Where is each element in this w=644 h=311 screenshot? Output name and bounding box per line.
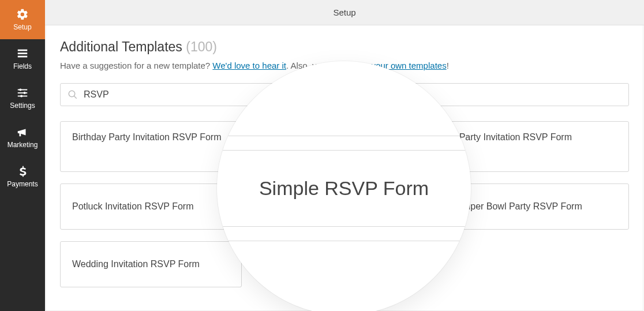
- magnifier-overlay: Simple RSVP Form: [217, 61, 471, 311]
- template-name: Wedding Invitation RSVP Form: [72, 259, 200, 269]
- sub-text: !: [447, 61, 449, 70]
- svg-rect-2: [18, 56, 28, 58]
- gear-icon: [16, 8, 29, 21]
- list-icon: [16, 47, 29, 60]
- svg-line-10: [74, 96, 77, 99]
- template-name: Super Bowl Party RSVP Form: [459, 201, 582, 212]
- dollar-icon: [16, 165, 29, 178]
- svg-rect-3: [18, 89, 28, 91]
- sidebar-item-marketing[interactable]: Marketing: [0, 118, 45, 157]
- magnifier-featured-text: Simple RSVP Form: [259, 177, 429, 200]
- sliders-icon: [16, 87, 29, 99]
- sidebar-item-label: Setup: [13, 23, 31, 31]
- sidebar-item-settings[interactable]: Settings: [0, 78, 45, 118]
- sidebar-item-label: Marketing: [8, 141, 38, 149]
- svg-point-9: [69, 91, 75, 97]
- template-name: Party Invitation RSVP Form: [459, 132, 572, 143]
- sidebar-item-label: Fields: [13, 62, 32, 70]
- svg-point-6: [24, 92, 26, 94]
- template-card[interactable]: Birthday Party Invitation RSVP Form: [60, 121, 242, 172]
- template-card[interactable]: Party Invitation RSVP Form: [447, 121, 629, 172]
- heading-row: Additional Templates (100): [60, 39, 629, 55]
- template-name: Birthday Party Invitation RSVP Form: [72, 132, 221, 143]
- search-icon: [68, 89, 78, 100]
- template-card[interactable]: Wedding Invitation RSVP Form: [60, 241, 242, 287]
- page-title: Setup: [333, 8, 355, 17]
- svg-rect-5: [18, 92, 28, 93]
- svg-point-4: [19, 88, 21, 91]
- template-card[interactable]: Super Bowl Party RSVP Form: [447, 183, 629, 230]
- magnifier-featured-row: Simple RSVP Form: [217, 150, 471, 227]
- topbar: Setup: [45, 0, 644, 25]
- sidebar-item-payments[interactable]: Payments: [0, 157, 45, 196]
- template-card[interactable]: Potluck Invitation RSVP Form: [60, 183, 242, 230]
- sub-text: Have a suggestion for a new template?: [60, 61, 212, 70]
- sidebar-item-label: Payments: [7, 180, 38, 188]
- sidebar-item-label: Settings: [10, 102, 35, 110]
- svg-rect-1: [18, 53, 28, 54]
- svg-rect-0: [18, 50, 28, 51]
- section-heading: Additional Templates: [60, 39, 186, 54]
- heading-count: (100): [186, 39, 217, 54]
- bullhorn-icon: [16, 126, 29, 138]
- template-name: Potluck Invitation RSVP Form: [72, 201, 193, 212]
- sidebar-item-fields[interactable]: Fields: [0, 39, 45, 78]
- svg-point-8: [20, 95, 23, 97]
- sidebar: Setup Fields Settings Marketing Payments: [0, 0, 45, 311]
- sidebar-item-setup[interactable]: Setup: [0, 0, 45, 39]
- suggestion-link[interactable]: We'd love to hear it: [212, 61, 286, 70]
